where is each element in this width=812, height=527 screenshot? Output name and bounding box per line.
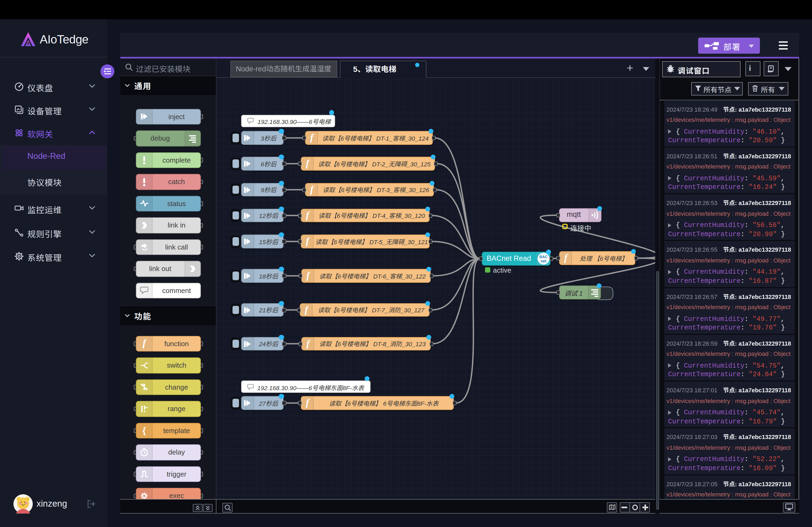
svg-text:{: { — [142, 425, 146, 435]
svg-text:f: f — [306, 236, 309, 246]
svg-text:f: f — [306, 397, 309, 408]
svg-text:f: f — [310, 132, 314, 143]
svg-text:BAC: BAC — [539, 255, 547, 259]
svg-text:f: f — [564, 252, 568, 263]
svg-text:net: net — [540, 259, 546, 263]
svg-text:f: f — [305, 304, 308, 315]
svg-text:f: f — [310, 184, 314, 195]
svg-text:f: f — [142, 337, 146, 348]
svg-text:f: f — [306, 338, 310, 349]
svg-text:f: f — [306, 270, 310, 281]
svg-text:f: f — [306, 210, 309, 220]
svg-text:f: f — [306, 158, 309, 168]
